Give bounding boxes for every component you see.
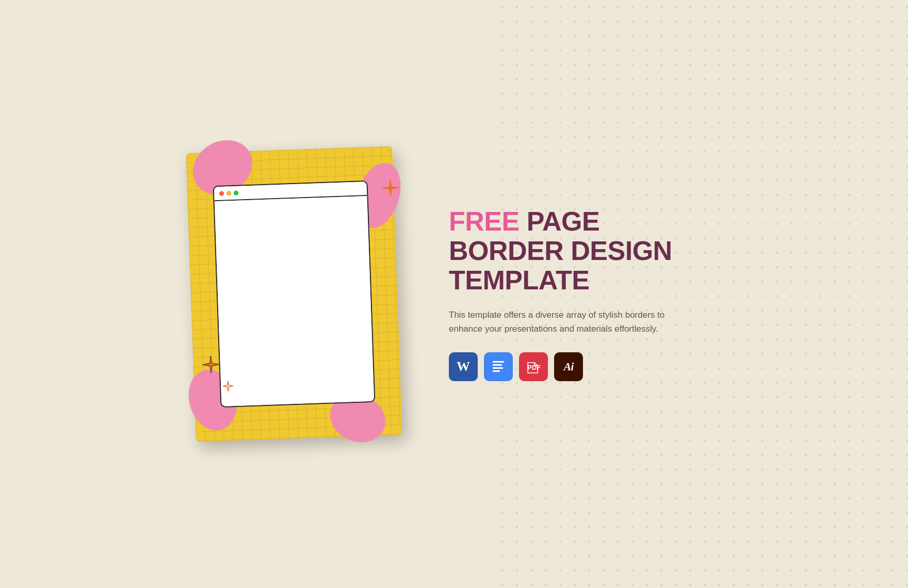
docs-line-2 (493, 364, 502, 366)
docs-line-3 (493, 367, 503, 369)
sparkle-bottom-left-small (222, 380, 234, 392)
browser-content (215, 196, 375, 406)
description-text: This template offers a diverse array of … (449, 308, 666, 336)
traffic-light-yellow (226, 191, 231, 195)
docs-line-1 (493, 361, 504, 363)
docs-icon[interactable] (484, 352, 513, 381)
docs-icon-lines (491, 359, 506, 374)
ai-icon-label: Ai (564, 360, 574, 373)
word-icon-label: W (457, 359, 470, 374)
svg-text:PDF: PDF (527, 364, 541, 371)
yellow-card (186, 146, 402, 442)
content-wrapper: FREE PAGE BORDER DESIGN TEMPLATE This te… (0, 150, 908, 438)
heading-free-text: FREE (449, 206, 520, 236)
traffic-light-green (234, 190, 238, 195)
pdf-icon-svg: PDF (525, 358, 542, 375)
traffic-light-red (219, 191, 224, 195)
main-heading: FREE PAGE BORDER DESIGN TEMPLATE (449, 207, 717, 296)
app-icons-row: W PDF Ai (449, 352, 717, 381)
docs-line-4 (493, 370, 500, 372)
ai-icon[interactable]: Ai (554, 352, 583, 381)
text-content: FREE PAGE BORDER DESIGN TEMPLATE This te… (449, 207, 717, 381)
pdf-icon[interactable]: PDF (519, 352, 548, 381)
word-icon[interactable]: W (449, 352, 478, 381)
sparkle-top-right (379, 177, 401, 199)
browser-window (213, 181, 376, 407)
template-preview (191, 150, 397, 438)
sparkle-bottom-left (201, 354, 221, 374)
